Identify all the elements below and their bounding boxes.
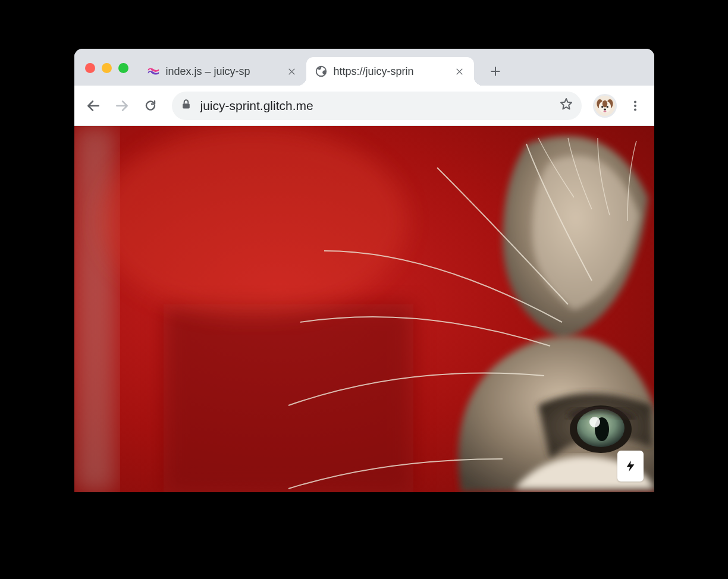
address-bar[interactable]: juicy-sprint.glitch.me <box>172 92 582 120</box>
svg-point-13 <box>633 100 636 103</box>
window-controls <box>85 63 128 73</box>
bookmark-button[interactable] <box>559 97 573 114</box>
close-icon <box>287 67 296 76</box>
browser-window: index.js – juicy-sp https://juicy-sprin <box>74 49 654 492</box>
reload-icon <box>143 99 158 113</box>
minimize-window-button[interactable] <box>102 63 112 73</box>
svg-point-11 <box>603 108 605 110</box>
globe-favicon-icon <box>315 65 328 78</box>
lightning-icon <box>624 457 637 475</box>
maximize-window-button[interactable] <box>118 63 128 73</box>
tab-title: index.js – juicy-sp <box>166 65 280 78</box>
svg-rect-18 <box>164 304 413 492</box>
hero-image-kitten <box>74 126 654 492</box>
amp-badge[interactable] <box>617 451 644 482</box>
back-button[interactable] <box>80 93 106 119</box>
star-icon <box>559 97 573 111</box>
toolbar: juicy-sprint.glitch.me <box>74 86 654 126</box>
svg-point-19 <box>98 126 407 316</box>
url-text: juicy-sprint.glitch.me <box>200 99 551 113</box>
arrow-left-icon <box>86 98 101 114</box>
glitch-favicon-icon <box>147 65 160 78</box>
plus-icon <box>489 65 501 77</box>
kebab-menu-icon <box>629 99 642 112</box>
dog-avatar-icon <box>595 96 615 116</box>
close-icon <box>455 67 464 76</box>
close-window-button[interactable] <box>85 63 95 73</box>
tab-glitch-editor[interactable]: index.js – juicy-sp <box>139 57 306 86</box>
svg-point-1 <box>149 72 150 73</box>
tab-strip: index.js – juicy-sp https://juicy-sprin <box>74 49 654 86</box>
forward-button[interactable] <box>109 93 135 119</box>
svg-point-15 <box>633 108 636 111</box>
tab-close-button[interactable] <box>454 65 466 77</box>
svg-point-14 <box>633 104 636 106</box>
tab-close-button[interactable] <box>286 65 298 77</box>
arrow-right-icon <box>114 98 130 114</box>
svg-point-0 <box>149 69 150 70</box>
page-content <box>74 126 654 492</box>
svg-point-10 <box>606 106 608 108</box>
svg-rect-3 <box>183 103 190 108</box>
tab-juicy-sprint[interactable]: https://juicy-sprin <box>306 57 474 86</box>
svg-point-9 <box>601 106 603 108</box>
svg-point-23 <box>589 417 600 427</box>
tab-title: https://juicy-sprin <box>334 65 448 78</box>
svg-point-12 <box>603 110 606 112</box>
lock-icon <box>180 98 192 113</box>
tabs: index.js – juicy-sp https://juicy-sprin <box>139 56 507 86</box>
menu-button[interactable] <box>622 93 648 119</box>
profile-avatar-button[interactable] <box>595 96 615 116</box>
new-tab-button[interactable] <box>484 59 507 83</box>
reload-button[interactable] <box>137 93 164 119</box>
svg-rect-17 <box>74 126 116 492</box>
